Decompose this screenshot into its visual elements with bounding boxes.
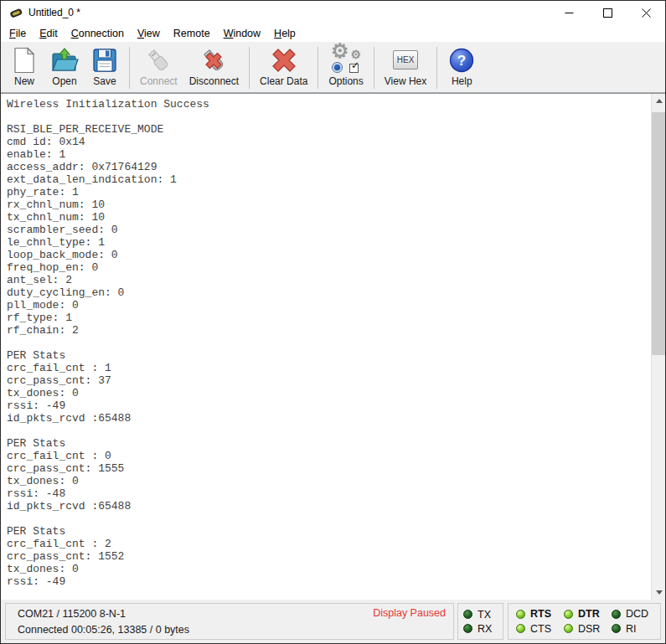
toolbar-separator — [374, 47, 374, 89]
menu-item-edit[interactable]: Edit — [33, 25, 65, 42]
menu-item-connection[interactable]: Connection — [65, 25, 131, 42]
usb-plug-disconnect-icon — [199, 46, 228, 75]
terminal-output-area[interactable]: Wireless Initialization Success RSI_BLE_… — [1, 93, 665, 600]
options-gears-icon: ⚙ ⚙ ✓ — [332, 46, 360, 75]
rts-led-indicator — [516, 610, 525, 619]
save-button[interactable]: Save — [85, 44, 125, 91]
help-question-icon: ? — [447, 46, 476, 75]
rx-led-label: RX — [478, 623, 492, 635]
dsr-led-indicator — [564, 624, 573, 633]
connect-button[interactable]: Connect — [134, 44, 183, 91]
toolbar-separator — [318, 47, 318, 89]
rx-led-indicator — [463, 624, 472, 633]
minimize-button[interactable] — [550, 1, 588, 24]
rts-led-label: RTS — [530, 608, 551, 620]
view-hex-button[interactable]: HEX View Hex — [379, 44, 432, 91]
window-controls — [550, 1, 665, 24]
serial-connector-icon — [9, 6, 23, 19]
tx-led-indicator — [463, 610, 472, 619]
led-dcd: DCD — [612, 608, 653, 620]
dtr-led-indicator — [564, 610, 573, 619]
red-x-icon — [270, 46, 298, 75]
toolbar: New Open — [1, 43, 665, 93]
status-bar: COM21 / 115200 8-N-1 Connected 00:05:26,… — [1, 600, 665, 643]
tx-led-label: TX — [478, 609, 491, 621]
terminal-text: Wireless Initialization Success RSI_BLE_… — [1, 94, 665, 588]
menu-item-remote[interactable]: Remote — [167, 25, 217, 42]
led-rx: RX — [463, 623, 498, 635]
maximize-button[interactable] — [588, 1, 627, 24]
signal-led-panel: RTSCTSDTRDSRDCDRI — [508, 603, 661, 640]
cts-led-indicator — [516, 624, 525, 633]
cts-led-label: CTS — [530, 623, 551, 635]
scrollbar-thumb[interactable] — [652, 112, 665, 355]
toolbar-separator — [436, 47, 437, 89]
toolbar-separator — [129, 47, 130, 89]
vertical-scrollbar[interactable] — [651, 94, 665, 600]
led-rts: RTS — [516, 608, 557, 620]
led-dtr: DTR — [564, 608, 605, 620]
connection-status-panel: COM21 / 115200 8-N-1 Connected 00:05:26,… — [5, 603, 454, 640]
dcd-led-indicator — [612, 610, 621, 619]
close-button[interactable] — [627, 1, 665, 24]
new-file-icon — [10, 46, 39, 75]
dsr-led-label: DSR — [578, 623, 600, 635]
radio-icon — [333, 63, 342, 72]
new-button[interactable]: New — [4, 44, 44, 91]
ri-led-label: RI — [626, 623, 637, 635]
menu-item-window[interactable]: Window — [217, 25, 267, 42]
scroll-up-arrow[interactable] — [652, 94, 665, 108]
connection-info-text: Connected 00:05:26, 13385 / 0 bytes — [18, 622, 447, 638]
checkbox-icon: ✓ — [349, 64, 359, 73]
usb-plug-icon — [144, 46, 173, 75]
txrx-led-panel: TXRX — [457, 603, 503, 640]
led-cts: CTS — [516, 623, 557, 635]
ri-led-indicator — [612, 624, 621, 633]
window-title: Untitled_0 * — [28, 7, 80, 18]
menu-item-file[interactable]: File — [3, 25, 33, 42]
led-dsr: DSR — [564, 623, 605, 635]
dcd-led-label: DCD — [626, 608, 648, 620]
scroll-down-arrow[interactable] — [652, 585, 665, 600]
menu-item-help[interactable]: Help — [267, 25, 302, 42]
open-button[interactable]: Open — [44, 44, 85, 91]
clear-data-button[interactable]: Clear Data — [254, 44, 313, 91]
app-window: Untitled_0 * FileEditConnectionViewRemot… — [0, 0, 666, 644]
svg-text:?: ? — [457, 53, 466, 69]
title-bar: Untitled_0 * — [1, 1, 665, 24]
led-ri: RI — [612, 623, 653, 635]
help-button[interactable]: ? Help — [441, 44, 482, 91]
options-button[interactable]: ⚙ ⚙ ✓ Options — [323, 44, 369, 91]
menu-item-view[interactable]: View — [131, 25, 167, 42]
disconnect-button[interactable]: Disconnect — [183, 44, 245, 91]
led-tx: TX — [463, 609, 498, 621]
save-floppy-icon — [90, 46, 119, 75]
open-folder-icon — [50, 46, 79, 75]
display-paused-text: Display Paused — [373, 607, 446, 619]
hex-button-icon: HEX — [391, 46, 420, 75]
toolbar-separator — [249, 47, 250, 89]
dtr-led-label: DTR — [578, 608, 600, 620]
